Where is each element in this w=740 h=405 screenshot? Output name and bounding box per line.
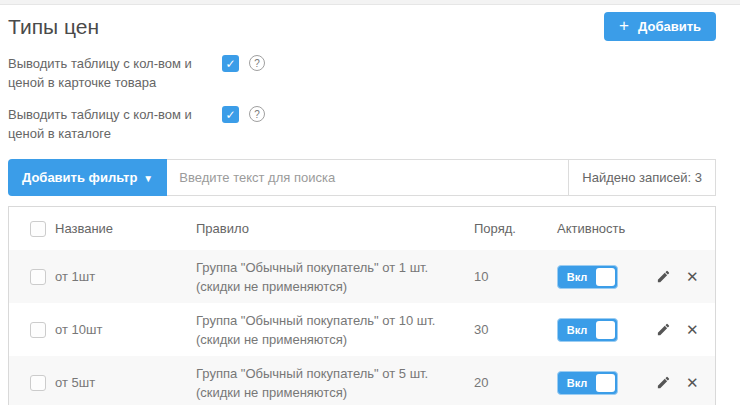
pencil-icon [656, 322, 671, 337]
header-checkbox-cell [9, 221, 55, 237]
select-all-checkbox[interactable] [30, 221, 46, 237]
table-header-row: Название Правило Поряд. Активность [9, 207, 715, 250]
question-glyph: ? [254, 109, 260, 120]
plus-icon: + [619, 17, 629, 34]
rule-line-2: (скидки не применяются) [196, 383, 474, 402]
order-cell: 30 [474, 322, 557, 337]
setting-label: Выводить таблицу с кол-вом и ценой в кат… [8, 105, 222, 143]
close-icon: ✕ [686, 269, 699, 284]
caret-down-icon: ▼ [143, 173, 153, 184]
page-title: Типы цен [8, 15, 99, 39]
row-checkbox-cell [9, 269, 55, 285]
activity-toggle[interactable]: Вкл [557, 265, 618, 289]
name-cell: от 10шт [55, 322, 196, 337]
delete-button[interactable]: ✕ [686, 322, 699, 337]
rule-cell: Группа "Обычный покупатель" от 5 шт. (ск… [196, 364, 474, 402]
close-icon: ✕ [686, 375, 699, 390]
question-glyph: ? [254, 58, 260, 69]
toggle-knob [596, 321, 615, 339]
order-cell: 20 [474, 375, 557, 390]
rule-line-2: (скидки не применяются) [196, 330, 474, 349]
setting-row-catalog: Выводить таблицу с кол-вом и ценой в кат… [8, 105, 716, 143]
filter-toolbar: Добавить фильтр ▼ Найдено записей: 3 [8, 159, 716, 196]
activity-cell: Вкл [557, 318, 643, 342]
delete-button[interactable]: ✕ [686, 375, 699, 390]
column-header-order: Поряд. [474, 221, 557, 236]
pencil-icon [656, 269, 671, 284]
edit-button[interactable] [656, 375, 671, 390]
edit-button[interactable] [656, 322, 671, 337]
table-row: от 5шт Группа "Обычный покупатель" от 5 … [9, 356, 715, 405]
toggle-label: Вкл [558, 377, 596, 389]
help-icon[interactable]: ? [249, 55, 265, 71]
setting-label: Выводить таблицу с кол-вом и ценой в кар… [8, 54, 222, 92]
setting-row-product-card: Выводить таблицу с кол-вом и ценой в кар… [8, 54, 716, 92]
toggle-knob [596, 268, 615, 286]
top-divider-strip [0, 0, 740, 5]
rule-line-1: Группа "Обычный покупатель" от 10 шт. [196, 311, 474, 330]
actions-cell: ✕ [643, 269, 715, 284]
rule-line-1: Группа "Обычный покупатель" от 1 шт. [196, 258, 474, 277]
pencil-icon [656, 375, 671, 390]
column-header-name: Название [55, 221, 196, 236]
close-icon: ✕ [686, 322, 699, 337]
row-checkbox[interactable] [30, 269, 46, 285]
page-header: Типы цен + Добавить [8, 12, 716, 41]
checkmark-icon: ✓ [225, 108, 235, 122]
toggle-knob [596, 374, 615, 392]
edit-button[interactable] [656, 269, 671, 284]
column-header-activity: Активность [557, 221, 643, 236]
activity-cell: Вкл [557, 371, 643, 395]
add-button[interactable]: + Добавить [604, 12, 716, 41]
row-checkbox-cell [9, 375, 55, 391]
rule-cell: Группа "Обычный покупатель" от 1 шт. (ск… [196, 258, 474, 296]
table-row: от 10шт Группа "Обычный покупатель" от 1… [9, 303, 715, 356]
add-filter-button[interactable]: Добавить фильтр ▼ [8, 159, 167, 196]
rule-cell: Группа "Обычный покупатель" от 10 шт. (с… [196, 311, 474, 349]
search-input[interactable] [167, 159, 569, 196]
price-types-table: Название Правило Поряд. Активность от 1ш… [8, 206, 716, 405]
activity-toggle[interactable]: Вкл [557, 318, 618, 342]
row-checkbox[interactable] [30, 322, 46, 338]
order-cell: 10 [474, 269, 557, 284]
row-checkbox-cell [9, 322, 55, 338]
help-icon[interactable]: ? [249, 106, 265, 122]
name-cell: от 1шт [55, 269, 196, 284]
page-content: Типы цен + Добавить Выводить таблицу с к… [0, 12, 740, 405]
rule-line-1: Группа "Обычный покупатель" от 5 шт. [196, 364, 474, 383]
column-header-rule: Правило [196, 219, 474, 238]
delete-button[interactable]: ✕ [686, 269, 699, 284]
activity-toggle[interactable]: Вкл [557, 371, 618, 395]
setting-checkbox[interactable]: ✓ [222, 55, 239, 72]
records-found-badge: Найдено записей: 3 [568, 159, 716, 196]
rule-line-2: (скидки не применяются) [196, 277, 474, 296]
toggle-label: Вкл [558, 324, 596, 336]
add-button-label: Добавить [638, 19, 701, 34]
add-filter-label: Добавить фильтр [22, 170, 137, 185]
name-cell: от 5шт [55, 375, 196, 390]
setting-checkbox[interactable]: ✓ [222, 106, 239, 123]
actions-cell: ✕ [643, 322, 715, 337]
checkmark-icon: ✓ [225, 57, 235, 71]
table-row: от 1шт Группа "Обычный покупатель" от 1 … [9, 250, 715, 303]
toggle-label: Вкл [558, 271, 596, 283]
actions-cell: ✕ [643, 375, 715, 390]
activity-cell: Вкл [557, 265, 643, 289]
row-checkbox[interactable] [30, 375, 46, 391]
